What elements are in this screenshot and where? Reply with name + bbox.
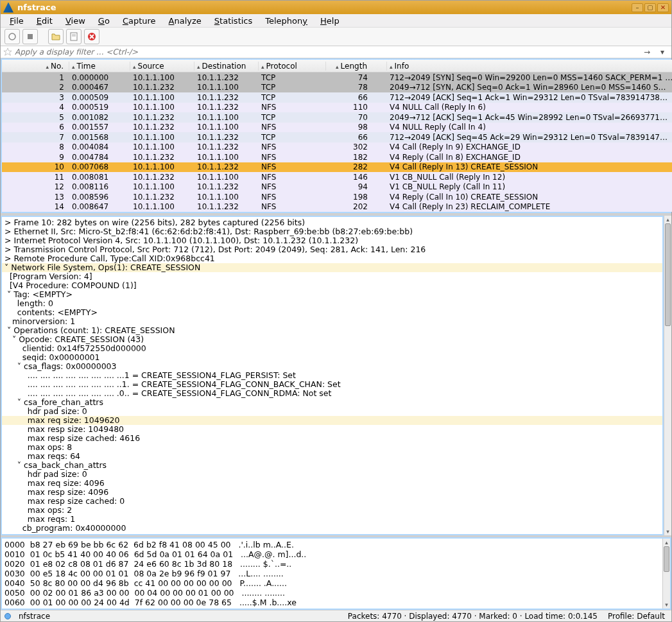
tree-line[interactable]: cb_program: 0x40000000: [2, 524, 662, 533]
tree-line[interactable]: max resp size: 1049480: [2, 425, 662, 434]
tree-line[interactable]: max resp size cached: 0: [2, 497, 662, 506]
tree-line[interactable]: max req size: 1049620: [2, 416, 662, 425]
tree-line[interactable]: seqid: 0x00000001: [2, 353, 662, 362]
capture-start-button[interactable]: [4, 29, 20, 44]
packet-row[interactable]: 40.00051910.1.1.10010.1.1.232NFS110V4 NU…: [2, 103, 672, 113]
packet-list-header[interactable]: No. Time Source Destination Protocol Len…: [2, 60, 672, 73]
menu-analyze[interactable]: Analyze: [164, 15, 207, 27]
packet-row[interactable]: 80.00408410.1.1.10010.1.1.232NFS302V4 Ca…: [2, 143, 672, 153]
packet-row[interactable]: 100.00706810.1.1.10010.1.1.232NFS282V4 C…: [2, 162, 672, 173]
tree-line[interactable]: [V4 Procedure: COMPOUND (1)]: [2, 281, 662, 290]
tree-line[interactable]: > Internet Protocol Version 4, Src: 10.1…: [2, 236, 662, 245]
col-length[interactable]: Length: [326, 62, 387, 71]
menu-capture[interactable]: Capture: [117, 15, 161, 27]
packet-row[interactable]: 30.00050910.1.1.10010.1.1.232TCP66712→20…: [2, 92, 672, 103]
packet-row[interactable]: 110.00808110.1.1.23210.1.1.100NFS146V1 C…: [2, 172, 672, 182]
packet-bytes-pane[interactable]: 0000 b8 27 eb 69 be bb 6c 62 6d b2 f8 41…: [1, 537, 671, 610]
titlebar[interactable]: nfstrace – ▢ ✕: [1, 1, 671, 14]
menu-help[interactable]: Help: [315, 15, 345, 27]
hex-line[interactable]: 0000 b8 27 eb 69 be bb 6c 62 6d b2 f8 41…: [4, 540, 662, 549]
tree-line[interactable]: contents: <EMPTY>: [2, 308, 662, 317]
packet-list-body[interactable]: 10.00000010.1.1.10010.1.1.232TCP74712→20…: [2, 73, 672, 212]
tree-line[interactable]: max req size: 4096: [2, 479, 662, 488]
tree-line[interactable]: ˅ csa_fore_chan_attrs: [2, 398, 662, 407]
tree-line[interactable]: max resp size cached: 4616: [2, 434, 662, 443]
tree-line[interactable]: > Frame 10: 282 bytes on wire (2256 bits…: [2, 218, 662, 227]
hex-line[interactable]: 0060 00 01 00 00 00 24 00 4d 7f 62 00 00…: [4, 598, 662, 607]
tree-line[interactable]: ˅ Opcode: CREATE_SESSION (43): [2, 335, 662, 344]
tree-line[interactable]: > Remote Procedure Call, Type:Call XID:0…: [2, 254, 662, 263]
tree-line[interactable]: minorversion: 1: [2, 317, 662, 326]
packet-row[interactable]: 130.00859610.1.1.23210.1.1.100NFS198V4 R…: [2, 192, 672, 202]
save-file-button[interactable]: [66, 29, 82, 44]
hex-line[interactable]: 0050 00 02 00 01 86 a3 00 00 00 04 00 00…: [4, 588, 662, 598]
tree-line[interactable]: ˅ csa_back_chan_attrs: [2, 461, 662, 470]
col-protocol[interactable]: Protocol: [259, 62, 326, 71]
menu-statistics[interactable]: Statistics: [209, 15, 257, 27]
details-scrollbar[interactable]: ▴▾: [664, 216, 671, 535]
col-destination[interactable]: Destination: [194, 62, 259, 71]
tree-line[interactable]: hdr pad size: 0: [2, 407, 662, 416]
tree-line[interactable]: clientid: 0x14f572550d000000: [2, 344, 662, 353]
apply-filter-button[interactable]: →: [641, 48, 653, 56]
tree-line[interactable]: > Ethernet II, Src: Micro-St_b2:f8:41 (6…: [2, 227, 662, 236]
bytes-scrollbar[interactable]: ▴▾: [662, 539, 670, 609]
tree-line[interactable]: hdr pad size: 0: [2, 470, 662, 479]
packet-row[interactable]: 70.00156810.1.1.10010.1.1.232TCP66712→20…: [2, 132, 672, 143]
tree-line[interactable]: length: 0: [2, 299, 662, 308]
open-file-button[interactable]: [48, 29, 64, 44]
hex-line[interactable]: 0020 01 e8 02 c8 08 01 d6 87 24 e6 60 8c…: [4, 559, 662, 569]
tree-line[interactable]: max ops: 2: [2, 506, 662, 515]
packet-row[interactable]: 10.00000010.1.1.10010.1.1.232TCP74712→20…: [2, 73, 672, 83]
minimize-button[interactable]: –: [632, 3, 643, 12]
tree-line[interactable]: ˅ Network File System, Ops(1): CREATE_SE…: [2, 263, 662, 272]
packet-list-pane: No. Time Source Destination Protocol Len…: [1, 58, 671, 213]
menu-view[interactable]: View: [60, 15, 90, 27]
packet-details-pane[interactable]: > Frame 10: 282 bytes on wire (2256 bits…: [1, 216, 664, 535]
status-bar: nfstrace Packets: 4770 · Displayed: 4770…: [1, 610, 671, 621]
tree-line[interactable]: max ops: 8: [2, 443, 662, 452]
filter-dropdown-button[interactable]: ▾: [656, 48, 669, 56]
packet-row[interactable]: 50.00108210.1.1.23210.1.1.100TCP702049→7…: [2, 112, 672, 123]
tree-line[interactable]: max reqs: 64: [2, 452, 662, 461]
window-title: nfstrace: [17, 3, 628, 12]
svg-rect-1: [28, 34, 33, 39]
tree-line[interactable]: ˅ Tag: <EMPTY>: [2, 290, 662, 299]
tree-line[interactable]: .... .... .... .... .... .... .... ..1. …: [2, 380, 662, 389]
expert-info-icon[interactable]: [4, 613, 11, 619]
status-file: nfstrace: [16, 612, 53, 621]
packet-row[interactable]: 140.00864710.1.1.10010.1.1.232NFS202V4 C…: [2, 202, 672, 212]
col-source[interactable]: Source: [130, 62, 194, 71]
col-time[interactable]: Time: [69, 62, 130, 71]
hex-line[interactable]: 0010 01 0c b5 41 40 00 40 06 6d 5d 0a 01…: [4, 549, 662, 559]
display-filter-input[interactable]: [15, 46, 638, 58]
packet-row[interactable]: 90.00478410.1.1.23210.1.1.100NFS182V4 Re…: [2, 152, 672, 162]
menu-go[interactable]: Go: [93, 15, 115, 27]
menu-telephony[interactable]: Telephony: [260, 15, 313, 27]
menu-edit[interactable]: Edit: [31, 15, 58, 27]
tree-line[interactable]: max resp size: 4096: [2, 488, 662, 497]
tree-line[interactable]: .... .... .... .... .... .... .... .0.. …: [2, 389, 662, 398]
packet-row[interactable]: 20.00046710.1.1.23210.1.1.100TCP782049→7…: [2, 83, 672, 93]
toolbar: [1, 28, 671, 46]
tree-line[interactable]: max reqs: 1: [2, 515, 662, 524]
tree-line[interactable]: [Program Version: 4]: [2, 272, 662, 281]
maximize-button[interactable]: ▢: [644, 3, 656, 12]
svg-point-0: [9, 33, 15, 40]
hex-line[interactable]: 0040 50 8c 80 00 00 d4 96 8b cc 41 00 00…: [4, 578, 662, 588]
menu-file[interactable]: File: [4, 15, 29, 27]
hex-line[interactable]: 0030 00 e5 18 4c 00 00 01 01 08 0a 2e b9…: [4, 569, 662, 578]
tree-line[interactable]: ˅ Operations (count: 1): CREATE_SESSION: [2, 326, 662, 335]
col-info[interactable]: Info: [387, 62, 672, 71]
tree-line[interactable]: ˅ csa_flags: 0x00000003: [2, 362, 662, 371]
col-no[interactable]: No.: [2, 62, 69, 71]
bookmark-icon[interactable]: [3, 48, 12, 56]
close-button[interactable]: ✕: [657, 3, 669, 12]
status-profile[interactable]: Profile: Default: [605, 612, 668, 621]
close-file-button[interactable]: [84, 29, 99, 44]
packet-row[interactable]: 60.00155710.1.1.23210.1.1.100NFS98V4 NUL…: [2, 123, 672, 133]
packet-row[interactable]: 120.00811610.1.1.10010.1.1.232NFS94V1 CB…: [2, 182, 672, 193]
capture-stop-button[interactable]: [22, 29, 38, 44]
tree-line[interactable]: .... .... .... .... .... .... .... ...1 …: [2, 371, 662, 380]
tree-line[interactable]: > Transmission Control Protocol, Src Por…: [2, 245, 662, 254]
